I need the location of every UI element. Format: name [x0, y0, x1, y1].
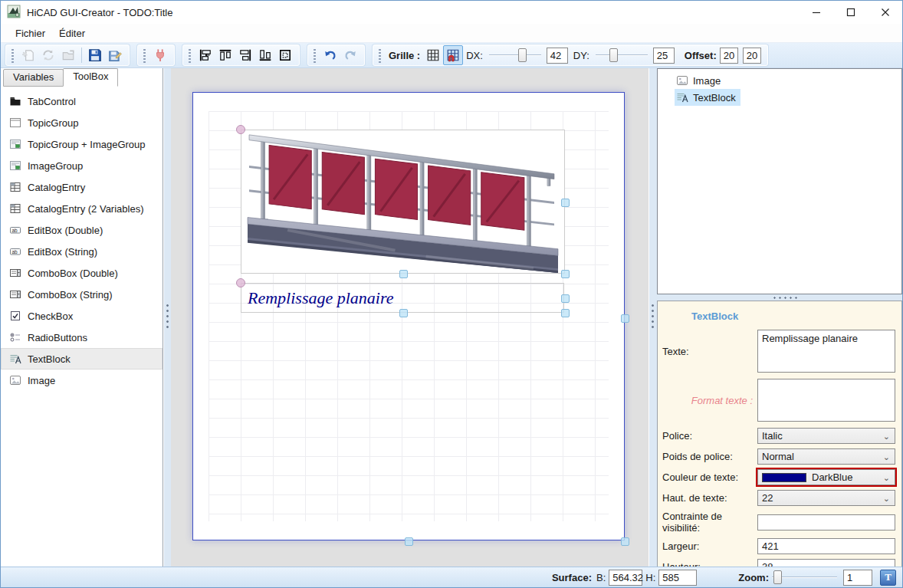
toolbox-item-label: Image — [28, 375, 55, 386]
toolbox-item-label: RadioButtons — [28, 332, 87, 343]
tree-item-image[interactable]: Image — [675, 72, 725, 89]
prop-police-combo[interactable]: Italic⌄ — [757, 428, 895, 444]
menu-editer[interactable]: Éditer — [52, 25, 92, 41]
prop-contrainte-visibilite-input[interactable] — [757, 514, 895, 531]
color-swatch — [762, 473, 806, 482]
toolbar-separator — [81, 48, 82, 63]
toolbox-item-label: TextBlock — [28, 353, 71, 365]
align-bottom-icon[interactable] — [255, 45, 275, 65]
design-surface[interactable]: Remplissage planaire — [192, 92, 625, 540]
combobox-icon — [9, 267, 21, 279]
save-as-icon[interactable] — [105, 45, 125, 65]
prop-texte-textarea[interactable]: Remplissage planaire — [757, 330, 895, 373]
grille-label: Grille : — [389, 50, 420, 61]
tab-toolbox[interactable]: ToolBox — [63, 68, 118, 87]
toolbox-item-textblock[interactable]: TextBlock — [1, 348, 163, 370]
prop-poids-de-police-combo[interactable]: Normal⌄ — [757, 448, 895, 465]
toolbox-item-editbox-string-[interactable]: abEditBox (String) — [1, 241, 163, 262]
toolbar-grip[interactable] — [187, 48, 191, 63]
page-resize-bottom-handle[interactable] — [405, 537, 413, 546]
toolbox-item-catalogentry-2-variables-[interactable]: CatalogEntry (2 Variables) — [1, 198, 163, 219]
tree-item-textblock[interactable]: TextBlock — [675, 89, 740, 106]
radiobuttons-icon — [9, 331, 21, 343]
horizontal-splitter[interactable] — [657, 294, 902, 301]
text-resize-corner-handle[interactable] — [561, 309, 570, 317]
toolbar-grip[interactable] — [10, 48, 14, 63]
text-move-handle[interactable] — [236, 278, 245, 287]
align-left-icon[interactable] — [195, 45, 215, 65]
image-element[interactable] — [241, 130, 565, 274]
page-resize-right-handle[interactable] — [621, 314, 629, 323]
dy-slider[interactable] — [596, 48, 648, 63]
design-canvas[interactable]: Remplissage planaire — [171, 68, 649, 568]
prop-largeur-input[interactable]: 421 — [757, 538, 895, 554]
import-icon[interactable] — [58, 45, 78, 65]
checkbox-icon — [9, 310, 21, 322]
toolbox-item-catalogentry[interactable]: CatalogEntry — [1, 176, 163, 198]
save-icon[interactable] — [85, 45, 105, 65]
page-resize-corner-handle[interactable] — [621, 537, 629, 546]
new-icon[interactable] — [18, 45, 38, 65]
prop-row-format-texte: Format texte : — [662, 379, 895, 422]
toolbox-item-label: ImageGroup — [28, 160, 83, 172]
properties-title: TextBlock — [691, 310, 895, 322]
surface-b-input[interactable]: 564.32 — [609, 570, 642, 586]
refresh-icon[interactable] — [38, 45, 58, 65]
redo-icon[interactable] — [340, 45, 360, 65]
toolbar-grip[interactable] — [312, 48, 316, 63]
zoom-slider[interactable] — [772, 570, 837, 585]
left-tabs: VariablesToolBox — [1, 68, 117, 87]
text-resize-bottom-handle[interactable] — [399, 309, 408, 317]
dy-input[interactable]: 25 — [653, 48, 675, 64]
align-top-icon[interactable] — [215, 45, 235, 65]
offset-x-input[interactable]: 20 — [720, 48, 738, 64]
prop-format-texte-textarea[interactable] — [757, 379, 895, 422]
plug-icon[interactable] — [150, 45, 170, 65]
zoom-input[interactable]: 1 — [843, 570, 872, 586]
text-tool-button[interactable]: T — [880, 570, 896, 586]
toolbox-item-topicgroup-imagegroup[interactable]: TopicGroup + ImageGroup — [1, 133, 163, 155]
image-resize-right-handle[interactable] — [561, 199, 570, 207]
menu-bar: Fichier Éditer — [1, 24, 902, 43]
dx-slider[interactable] — [489, 48, 541, 63]
status-bar: Surface: B: 564.32 H: 585 Zoom: 1 T — [1, 567, 902, 587]
dx-input[interactable]: 42 — [547, 48, 568, 64]
toolbox-item-label: TabControl — [28, 96, 76, 107]
tab-variables[interactable]: Variables — [3, 69, 64, 87]
toolbox-item-checkbox[interactable]: CheckBox — [1, 305, 163, 327]
chevron-down-icon: ⌄ — [883, 432, 890, 442]
toolbox-item-combobox-string-[interactable]: ComboBox (String) — [1, 284, 163, 305]
menu-fichier[interactable]: Fichier — [8, 25, 52, 41]
align-right-icon[interactable] — [235, 45, 255, 65]
text-resize-right-handle[interactable] — [561, 294, 570, 303]
toolbox-item-editbox-double-[interactable]: abEditBox (Double) — [1, 219, 163, 241]
same-size-icon[interactable] — [275, 45, 295, 65]
toolbox-item-label: ComboBox (String) — [28, 289, 113, 301]
toolbox-item-image[interactable]: Image — [1, 370, 163, 391]
image-resize-bottom-handle[interactable] — [399, 270, 408, 278]
image-resize-corner-handle[interactable] — [561, 270, 570, 278]
surface-h-input[interactable]: 585 — [658, 570, 697, 586]
properties-panel: TextBlock Texte:Remplissage planaireForm… — [657, 301, 902, 568]
right-splitter[interactable] — [649, 68, 657, 568]
offset-y-input[interactable]: 20 — [743, 48, 761, 64]
grid-snap-icon[interactable] — [443, 45, 463, 65]
prop-row-poids-de-police: Poids de police:Normal⌄ — [662, 448, 895, 465]
toolbox-item-tabcontrol[interactable]: TabControl — [1, 90, 163, 112]
toolbox-item-imagegroup[interactable]: ImageGroup — [1, 155, 163, 176]
toolbox-list: TabControlTopicGroupTopicGroup + ImageGr… — [1, 87, 163, 568]
toolbox-item-combobox-double-[interactable]: ComboBox (Double) — [1, 262, 163, 284]
prop-couleur-de-texte-combo[interactable]: DarkBlue⌄ — [757, 469, 895, 485]
toolbox-item-radiobuttons[interactable]: RadioButtons — [1, 327, 163, 348]
close-icon[interactable] — [868, 1, 902, 24]
minimize-icon[interactable] — [799, 1, 833, 24]
grid-icon[interactable] — [423, 45, 443, 65]
toolbar-grip[interactable] — [377, 48, 381, 63]
prop-haut-de-texte-combo[interactable]: 22⌄ — [757, 490, 895, 506]
toolbar-grip[interactable] — [142, 48, 146, 63]
maximize-icon[interactable] — [833, 1, 868, 24]
tabcontrol-icon — [9, 95, 21, 107]
image-move-handle[interactable] — [236, 125, 245, 134]
toolbox-item-topicgroup[interactable]: TopicGroup — [1, 112, 163, 133]
undo-icon[interactable] — [320, 45, 340, 65]
